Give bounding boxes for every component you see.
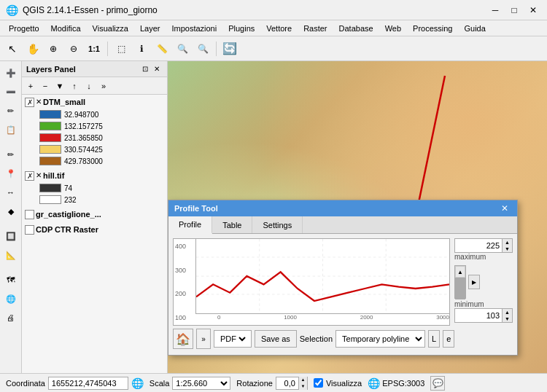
statusbar: Coordinata 🌐 Scala 1:25.660 Rotazione 0,… xyxy=(0,373,547,392)
min-value-input: 103 ▲ ▼ xyxy=(454,308,513,323)
minimize-button[interactable]: ─ xyxy=(487,4,503,17)
min-value-up[interactable]: ▲ xyxy=(502,309,512,315)
advanced-digitize-btn[interactable]: 📐 xyxy=(2,246,20,264)
value-label: 132.157275 xyxy=(64,122,103,130)
select-rect-tool[interactable]: ⬚ xyxy=(112,39,131,58)
tab-profile[interactable]: Profile xyxy=(168,216,212,234)
layer-hill-visible-checkbox[interactable] xyxy=(25,171,34,181)
map-area[interactable]: Profile Tool ✕ Profile Table Settings 40… xyxy=(168,61,547,373)
new-layer-btn[interactable]: ➕ xyxy=(2,64,20,82)
measure-tool[interactable]: 📏 xyxy=(152,39,171,58)
scroll-right-btn-area: ▶ xyxy=(468,265,480,299)
profile-export-dropdown[interactable]: PDF xyxy=(214,330,252,348)
layers-panel-dock[interactable]: ⊡ xyxy=(139,63,151,75)
menu-plugins[interactable]: Plugins xyxy=(222,20,260,36)
max-value-up[interactable]: ▲ xyxy=(502,239,512,246)
edit-btn[interactable]: ✏ xyxy=(2,146,20,163)
menu-layer[interactable]: Layer xyxy=(134,20,166,36)
polyline-type-select[interactable]: Temporary polyline xyxy=(336,334,424,344)
layer-dtm-name: DTM_small xyxy=(43,98,85,106)
menu-processing[interactable]: Processing xyxy=(407,20,458,36)
layer-cdp-ctr[interactable]: CDP CTR Raster xyxy=(22,222,167,238)
chart-scrollbar-v[interactable]: ▲ ▼ xyxy=(454,265,466,299)
menu-raster[interactable]: Raster xyxy=(298,20,333,36)
profile-tool-header[interactable]: Profile Tool ✕ xyxy=(168,200,517,216)
scroll-up-btn[interactable]: ▲ xyxy=(455,266,465,278)
epsg-badge[interactable]: 🌐 EPSG:3003 xyxy=(368,377,424,389)
menu-vettore[interactable]: Vettore xyxy=(260,20,298,36)
menu-visualizza[interactable]: Visualizza xyxy=(87,20,134,36)
export-format-select[interactable]: PDF xyxy=(217,334,248,344)
layer-gr-visible-checkbox[interactable] xyxy=(25,210,34,219)
node-tool-btn[interactable]: ◆ xyxy=(2,203,20,220)
layers-more-btn[interactable]: » xyxy=(96,79,111,93)
globe-btn[interactable]: 🌐 xyxy=(2,290,20,307)
map-tips-btn[interactable]: 🗺 xyxy=(2,271,20,289)
layer-gr-castiglione[interactable]: gr_castiglione_... xyxy=(22,207,167,222)
selection-label: Selection xyxy=(300,334,333,343)
max-value-input: 225 ▲ ▼ xyxy=(454,238,513,253)
rotation-up-btn[interactable]: ▲ xyxy=(298,377,307,383)
zoom-select-tool[interactable]: 🔍 xyxy=(193,39,212,58)
move-feature-btn[interactable]: ↔ xyxy=(2,184,20,201)
select-tool[interactable]: ↖ xyxy=(3,39,22,58)
scroll-thumb[interactable] xyxy=(455,278,465,299)
profile-more-btn[interactable]: » xyxy=(196,329,211,349)
refresh-tool[interactable]: 🔄 xyxy=(220,39,239,58)
zoom-out-tool[interactable]: ⊖ xyxy=(64,39,83,58)
layer-hill-tif[interactable]: ✕ hill.tif 74 232 xyxy=(22,168,167,207)
extra-btn-e[interactable]: e xyxy=(443,330,454,348)
layer-dtm-values: 32.948700 132.157275 231.365850 330.5744… xyxy=(25,109,164,167)
layer-dtm-small[interactable]: ✕ DTM_small 32.948700 132.157275 231.365… xyxy=(22,95,167,168)
coord-input[interactable] xyxy=(48,377,128,390)
value-label: 232 xyxy=(64,196,77,204)
rotation-label: Rotazione xyxy=(236,379,273,388)
close-button[interactable]: ✕ xyxy=(525,4,541,17)
max-value-down[interactable]: ▼ xyxy=(502,246,512,252)
zoom-in-tool[interactable]: ⊕ xyxy=(44,39,63,58)
extra-btn-l[interactable]: L xyxy=(428,330,440,348)
zoom-full-tool[interactable]: 1:1 xyxy=(85,39,104,58)
add-feature-btn[interactable]: 📍 xyxy=(2,165,20,182)
menu-modifica[interactable]: Modifica xyxy=(45,20,87,36)
layer-cdp-visible-checkbox[interactable] xyxy=(25,225,34,235)
maximize-button[interactable]: □ xyxy=(506,4,522,17)
menu-database[interactable]: Database xyxy=(333,20,379,36)
layers-remove-btn[interactable]: − xyxy=(38,79,53,93)
profile-home-btn[interactable]: 🏠 xyxy=(173,329,193,349)
coord-label: Coordinata xyxy=(6,379,45,388)
menu-progetto[interactable]: Progetto xyxy=(3,20,45,36)
color-swatch xyxy=(39,157,61,165)
print-btn[interactable]: 🖨 xyxy=(2,309,20,326)
layer-dtm-visible-checkbox[interactable] xyxy=(25,98,34,107)
tab-table[interactable]: Table xyxy=(212,216,252,233)
rotation-arrows: ▲ ▼ xyxy=(298,377,307,390)
layers-down-btn[interactable]: ↓ xyxy=(82,79,96,93)
render-checkbox[interactable] xyxy=(314,378,323,388)
menu-impostazioni[interactable]: Impostazioni xyxy=(166,20,222,36)
chart-x-axis: 0 1000 2000 3000 xyxy=(195,314,449,325)
min-value-down[interactable]: ▼ xyxy=(502,315,512,322)
layers-add-btn[interactable]: + xyxy=(23,79,38,93)
layers-up-btn[interactable]: ↑ xyxy=(67,79,82,93)
layers-filter-btn[interactable]: ▼ xyxy=(53,79,67,93)
message-icon[interactable]: 💬 xyxy=(430,376,445,391)
polyline-select[interactable]: Temporary polyline xyxy=(335,330,425,348)
rotation-down-btn[interactable]: ▼ xyxy=(298,383,307,390)
remove-layer-btn[interactable]: ➖ xyxy=(2,83,20,101)
menu-web[interactable]: Web xyxy=(379,20,407,36)
identify-tool[interactable]: ℹ xyxy=(132,39,151,58)
tab-settings[interactable]: Settings xyxy=(252,216,303,233)
pan-tool[interactable]: ✋ xyxy=(23,39,42,58)
profile-tool-close-btn[interactable]: ✕ xyxy=(498,203,511,213)
layers-panel-close[interactable]: ✕ xyxy=(151,63,163,75)
value-label: 32.948700 xyxy=(64,111,98,119)
menu-guida[interactable]: Guida xyxy=(458,20,491,36)
open-attr-btn[interactable]: 📋 xyxy=(2,121,20,138)
scale-select[interactable]: 1:25.660 xyxy=(172,377,230,390)
save-as-btn[interactable]: Save as xyxy=(255,330,297,348)
layer-prop-btn[interactable]: ✏ xyxy=(2,102,20,119)
snapping-btn[interactable]: 🔲 xyxy=(2,227,20,245)
zoom-layer-tool[interactable]: 🔍 xyxy=(173,39,192,58)
scroll-right-btn[interactable]: ▶ xyxy=(468,275,480,289)
